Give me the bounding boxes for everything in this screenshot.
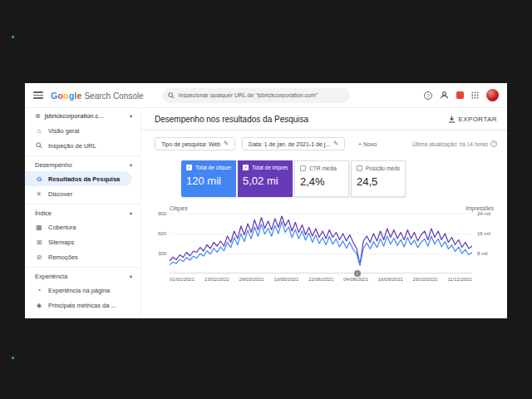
metric-value: 120 mil bbox=[186, 175, 231, 187]
x-axis-tick: 10/05/2021 bbox=[273, 277, 298, 282]
sitemap-icon: ⊞ bbox=[35, 239, 43, 246]
property-icon: ⊕ bbox=[35, 112, 41, 120]
removals-icon: ⊘ bbox=[35, 254, 43, 261]
left-axis-ticks: 900600300 bbox=[155, 214, 170, 273]
download-icon bbox=[448, 116, 456, 123]
core-web-vitals-icon: ◈ bbox=[35, 302, 43, 309]
url-inspection-search-input[interactable]: Inspecionar qualquer URL de "jsbrickcorp… bbox=[162, 88, 350, 103]
left-axis-title: Cliques bbox=[170, 205, 188, 211]
y-axis-tick-left: 300 bbox=[158, 251, 166, 256]
sidebar-item-core-web-vitals[interactable]: ◈ Principais métricas da ... bbox=[25, 298, 132, 313]
sidebar-item-sitemaps[interactable]: ⊞ Sitemaps bbox=[25, 234, 132, 249]
sidebar-section-performance[interactable]: Desempenho ▾ bbox=[25, 159, 140, 171]
metric-value: 24,5 bbox=[357, 175, 400, 188]
google-logo-word: Google bbox=[51, 91, 81, 101]
right-axis-title: Impressões bbox=[466, 205, 494, 211]
filter-bar: Tipo de pesquisa: Web ✎ Data: 1 de jan. … bbox=[141, 131, 507, 150]
sidebar: ⊕ jsbrickcorporation.c... ▾ ⌂ Visão gera… bbox=[25, 108, 141, 318]
page-experience-icon: ◔ bbox=[35, 287, 43, 294]
x-axis-tick: 04/08/2021 bbox=[343, 277, 368, 282]
sidebar-item-overview[interactable]: ⌂ Visão geral bbox=[25, 123, 132, 138]
card-total-clicks[interactable]: ✓ Total de cliques 120 mil bbox=[181, 160, 236, 197]
edit-icon: ✎ bbox=[333, 140, 338, 147]
search-placeholder: Inspecionar qualquer URL de "jsbrickcorp… bbox=[179, 92, 318, 98]
search-icon bbox=[168, 92, 175, 99]
avatar[interactable] bbox=[486, 89, 499, 101]
chart-lines bbox=[170, 214, 472, 273]
page-title: Desempenho nos resultados da Pesquisa bbox=[155, 115, 308, 124]
checkbox-checked-icon[interactable]: ✓ bbox=[243, 165, 249, 170]
sidebar-section-experience[interactable]: Experiência ▾ bbox=[25, 270, 140, 283]
property-selector[interactable]: ⊕ jsbrickcorporation.c... ▾ bbox=[25, 110, 140, 123]
sidebar-item-coverage[interactable]: ▦ Cobertura bbox=[25, 219, 132, 234]
chart-axis-titles: Cliques Impressões bbox=[155, 205, 494, 211]
annotation-info-icon[interactable]: i bbox=[354, 270, 361, 277]
product-name: Search Console bbox=[84, 91, 143, 101]
y-axis-tick-right: 24 mil bbox=[477, 211, 490, 216]
divider bbox=[25, 204, 140, 204]
chart-plot-area[interactable]: i bbox=[170, 214, 472, 273]
y-axis-tick-left: 600 bbox=[158, 231, 166, 236]
metric-value: 2,4% bbox=[300, 175, 343, 188]
checkbox-checked-icon[interactable]: ✓ bbox=[186, 165, 192, 170]
card-average-position[interactable]: Posição média 24,5 bbox=[351, 160, 406, 197]
metric-value: 5,02 mi bbox=[243, 175, 288, 187]
desktop-background: Google Search Console Inspecionar qualqu… bbox=[0, 0, 532, 399]
y-axis-tick-right: 16 mil bbox=[477, 231, 490, 236]
app-logo[interactable]: Google Search Console bbox=[51, 91, 144, 101]
x-axis-tick: 16/09/2021 bbox=[378, 277, 403, 282]
sidebar-item-discover[interactable]: ✳ Discover bbox=[25, 186, 132, 201]
x-axis-tick: 22/06/2021 bbox=[308, 277, 333, 282]
property-label: jsbrickcorporation.c... bbox=[45, 112, 104, 120]
menu-icon[interactable] bbox=[33, 91, 43, 99]
y-axis-tick-right: 8 mil bbox=[477, 251, 488, 256]
search-console-window: Google Search Console Inspecionar qualqu… bbox=[25, 83, 507, 318]
chevron-down-icon: ▾ bbox=[130, 273, 132, 280]
metric-cards: ✓ Total de cliques 120 mil ✓ Total de im… bbox=[181, 160, 507, 197]
card-total-impressions[interactable]: ✓ Total de impress... 5,02 mi bbox=[238, 160, 293, 197]
magnifier-icon bbox=[35, 142, 43, 149]
export-button[interactable]: EXPORTAR bbox=[448, 116, 497, 123]
checkbox-unchecked-icon[interactable] bbox=[300, 165, 306, 171]
chevron-down-icon: ▾ bbox=[130, 113, 132, 120]
google-g-icon: G bbox=[35, 175, 43, 183]
account-icon[interactable] bbox=[440, 91, 449, 100]
card-average-ctr[interactable]: CTR média 2,4% bbox=[294, 160, 349, 197]
sidebar-item-removals[interactable]: ⊘ Remoções bbox=[25, 249, 132, 264]
chevron-down-icon: ▾ bbox=[130, 210, 132, 217]
edit-icon: ✎ bbox=[224, 140, 229, 147]
chip-date-range[interactable]: Data: 1 de jan. de 2021-1 de j... ✎ bbox=[242, 137, 345, 150]
sidebar-item-search-results[interactable]: G Resultados da Pesquisa bbox=[25, 171, 132, 186]
right-axis-ticks: 24 mil16 mil8 mil bbox=[472, 214, 494, 273]
home-icon: ⌂ bbox=[35, 127, 43, 135]
last-update-text: Última atualização: há 14 horas ? bbox=[412, 140, 497, 147]
x-axis-tick: 01/01/2021 bbox=[170, 277, 195, 282]
chevron-down-icon: ▾ bbox=[130, 162, 132, 169]
sidebar-item-url-inspection[interactable]: Inspeção de URL bbox=[25, 138, 132, 153]
sidebar-section-index[interactable]: Índice ▾ bbox=[25, 207, 140, 219]
x-axis-tick: 13/02/2021 bbox=[204, 277, 229, 282]
apps-grid-icon[interactable] bbox=[471, 91, 479, 99]
topbar-actions: ? bbox=[424, 89, 499, 101]
chip-search-type[interactable]: Tipo de pesquisa: Web ✎ bbox=[155, 137, 235, 150]
y-axis-tick-left: 900 bbox=[158, 211, 166, 216]
help-icon[interactable]: ? bbox=[424, 91, 432, 100]
coverage-icon: ▦ bbox=[35, 224, 43, 231]
checkbox-unchecked-icon[interactable] bbox=[357, 165, 362, 171]
discover-icon: ✳ bbox=[35, 190, 43, 198]
help-icon[interactable]: ? bbox=[490, 140, 497, 147]
page-header: Desempenho nos resultados da Pesquisa EX… bbox=[141, 108, 507, 130]
x-axis-tick: 29/10/2021 bbox=[413, 277, 438, 282]
artifact-dot-top bbox=[12, 36, 14, 38]
x-axis-tick: 28/03/2021 bbox=[239, 277, 264, 282]
sidebar-item-page-experience[interactable]: ◔ Experiência na página bbox=[25, 283, 132, 298]
artifact-dot-bottom bbox=[12, 357, 14, 359]
x-axis-tick: 11/12/2021 bbox=[447, 277, 472, 282]
divider bbox=[25, 267, 140, 268]
notification-badge-icon[interactable] bbox=[456, 91, 464, 99]
main-content: Desempenho nos resultados da Pesquisa EX… bbox=[141, 108, 507, 318]
app-topbar: Google Search Console Inspecionar qualqu… bbox=[25, 83, 507, 108]
divider bbox=[25, 155, 140, 156]
chip-new-filter[interactable]: + Novo bbox=[352, 138, 383, 150]
x-axis-labels: 01/01/202113/02/202128/03/202110/05/2021… bbox=[170, 277, 494, 282]
